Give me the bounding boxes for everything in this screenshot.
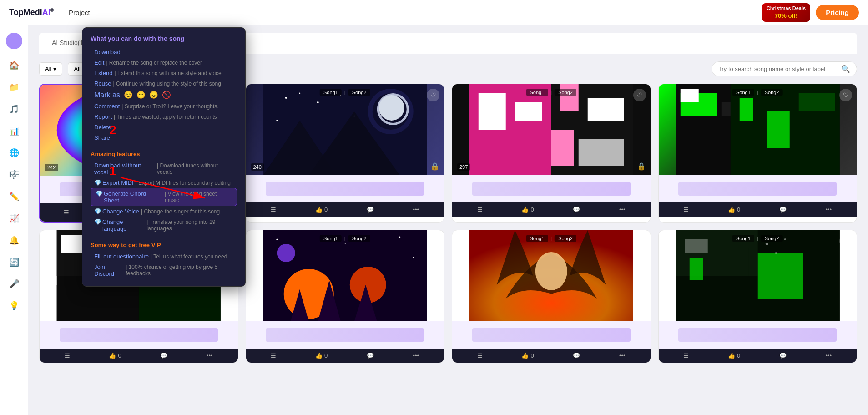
footer-more-btn-4[interactable]: •••	[825, 206, 832, 213]
footer-more-btn-3[interactable]: •••	[619, 206, 626, 213]
filter-all-1[interactable]: All ▾	[39, 62, 62, 76]
footer-comment-btn-5[interactable]: 💬	[160, 352, 167, 359]
footer-more-btn-5[interactable]: •••	[207, 352, 213, 359]
lock-icon-3: 🔒	[637, 162, 646, 171]
header-project: Project	[69, 9, 90, 16]
footer-lyrics-btn-7[interactable]: ☰	[477, 352, 483, 359]
search-input[interactable]	[718, 66, 841, 72]
footer-lyrics-btn-5[interactable]: ☰	[65, 352, 70, 359]
footer-comment-btn-2[interactable]: 💬	[367, 206, 374, 213]
song-labels-3: Song1 | Song2	[526, 89, 576, 96]
song-card-6: Song1 | Song2 ♡ ☰ 👍 0 💬 •••	[246, 230, 445, 363]
thumb-wave-8	[678, 328, 837, 342]
song-thumb-2	[246, 175, 444, 202]
like-button-2[interactable]: ♡	[427, 89, 439, 101]
footer-comment-btn-7[interactable]: 💬	[573, 352, 580, 359]
thumb-wave-6	[266, 328, 424, 342]
svg-rect-58	[803, 230, 839, 321]
sidebar-icon-refresh[interactable]: 🔄	[5, 253, 23, 271]
logo: TopMediAi®	[9, 8, 54, 17]
footer-lyrics-btn-8[interactable]: ☰	[683, 352, 689, 359]
sidebar-icon-chart[interactable]: 📊	[5, 122, 23, 140]
thumb-wave-7	[472, 328, 631, 342]
sidebar-icon-idea[interactable]: 💡	[5, 297, 23, 315]
footer-lyrics-btn-2[interactable]: ☰	[271, 206, 276, 213]
footer-like-btn-4[interactable]: 👍 0	[728, 206, 740, 213]
footer-comment-btn-6[interactable]: 💬	[367, 352, 374, 359]
cm-questionnaire[interactable]: Fill out questionnaire | Tell us what fe…	[91, 251, 237, 262]
context-menu: What you can do with the song Download E…	[82, 27, 246, 287]
cm-share[interactable]: Share	[91, 132, 237, 143]
cm-download[interactable]: Download	[91, 47, 237, 57]
footer-lyrics-btn-4[interactable]: ☰	[683, 206, 689, 213]
card-footer-8: ☰ 👍 0 💬 •••	[659, 349, 857, 363]
play-count-3: 297	[457, 163, 470, 171]
footer-comment-btn-3[interactable]: 💬	[573, 206, 580, 213]
footer-more-btn-6[interactable]: •••	[413, 352, 419, 359]
cm-voice[interactable]: 💎 Change Voice | Change the singer for t…	[91, 206, 237, 217]
song-labels-6: Song1 | Song2	[320, 235, 370, 242]
svg-rect-38	[57, 285, 139, 321]
svg-point-61	[784, 238, 786, 240]
pricing-button[interactable]: Pricing	[816, 5, 859, 20]
footer-lyrics-btn-3[interactable]: ☰	[477, 206, 483, 213]
like-button-4[interactable]: ♡	[839, 89, 852, 101]
cm-reuse[interactable]: Reuse | Continue writing using the style…	[91, 78, 237, 89]
cm-midi[interactable]: 💎 Export MIDI | Export MIDI files for se…	[91, 177, 237, 188]
sidebar-icon-pencil[interactable]: ✏️	[5, 187, 23, 206]
search-button[interactable]: 🔍	[841, 65, 850, 73]
sidebar-icon-mic[interactable]: 🎤	[5, 275, 23, 293]
song-thumb-8	[659, 321, 857, 349]
cm-extend[interactable]: Extend | Extend this song with same styl…	[91, 68, 237, 78]
sidebar: 🏠 📁 🎵 📊 🌐 🎼 ✏️ 📈 🔔 🔄 🎤 💡	[0, 25, 28, 415]
sidebar-icon-globe[interactable]: 🌐	[5, 144, 23, 162]
footer-comment-btn-4[interactable]: 💬	[779, 206, 787, 213]
footer-more-btn-7[interactable]: •••	[619, 352, 626, 359]
cm-edit[interactable]: Edit | Rename the song or replace the co…	[91, 57, 237, 68]
like-button-6[interactable]: ♡	[427, 235, 439, 248]
footer-lyrics-btn[interactable]: ☰	[64, 209, 69, 216]
like-button-3[interactable]: ♡	[633, 89, 646, 101]
svg-rect-25	[680, 89, 698, 102]
cm-chord[interactable]: 💎 Generate Chord Sheet | View the song s…	[91, 188, 237, 206]
song-card-3-image: Song1 | Song2 ♡ 297 🔒	[452, 84, 651, 175]
like-button-8[interactable]: ♡	[839, 235, 852, 248]
cm-discord[interactable]: Join Discord | 100% chance of getting vi…	[91, 262, 237, 279]
footer-lyrics-btn-6[interactable]: ☰	[271, 352, 276, 359]
sidebar-icon-stats[interactable]: 📈	[5, 209, 23, 228]
cm-free-vip-title: Some way to get free VIP	[91, 242, 237, 248]
svg-point-49	[277, 244, 295, 262]
footer-like-btn-3[interactable]: 👍 0	[521, 206, 534, 213]
song-card-7: Song1 | Song2 ♡ ☰ 👍 0 💬 •••	[452, 230, 651, 363]
footer-like-btn-7[interactable]: 👍 0	[521, 352, 534, 359]
cm-no-vocal[interactable]: Download without vocal | Download tunes …	[91, 160, 237, 177]
sidebar-icon-home[interactable]: 🏠	[5, 56, 23, 75]
card-footer-4: ☰ 👍 0 💬 •••	[659, 202, 857, 217]
cm-comment[interactable]: Comment | Surprise or Troll? Leave your …	[91, 101, 237, 111]
svg-rect-18	[515, 102, 542, 121]
footer-comment-btn-8[interactable]: 💬	[779, 352, 787, 359]
svg-rect-29	[739, 98, 753, 121]
sidebar-icon-sheet[interactable]: 🎼	[5, 166, 23, 184]
cm-emoji-2: 😐	[136, 91, 146, 99]
svg-rect-20	[588, 98, 624, 121]
thumb-wave-2	[266, 182, 424, 196]
song-card-4-image: Song1 | Song2 ♡	[659, 84, 857, 175]
footer-more-btn-8[interactable]: •••	[825, 352, 832, 359]
logo-text: TopMediAi®	[9, 8, 54, 17]
footer-more-btn-2[interactable]: •••	[413, 206, 419, 213]
footer-like-btn-5[interactable]: 👍 0	[109, 352, 121, 359]
cm-lang[interactable]: 💎 Change language | Translate your song …	[91, 217, 237, 234]
like-button-7[interactable]: ♡	[633, 235, 646, 248]
sidebar-icon-music[interactable]: 🎵	[5, 100, 23, 118]
cm-delete[interactable]: Delete	[91, 122, 237, 132]
cm-report[interactable]: Report | Times are wasted, apply for ret…	[91, 111, 237, 122]
footer-like-btn-6[interactable]: 👍 0	[315, 352, 328, 359]
cm-emoji-1: 😊	[124, 91, 133, 99]
sidebar-icon-bell[interactable]: 🔔	[5, 231, 23, 249]
footer-like-btn-2[interactable]: 👍 0	[315, 206, 328, 213]
svg-point-45	[276, 239, 278, 240]
sidebar-icon-folder[interactable]: 📁	[5, 78, 23, 96]
play-count-1: 242	[45, 164, 58, 171]
footer-like-btn-8[interactable]: 👍 0	[728, 352, 740, 359]
